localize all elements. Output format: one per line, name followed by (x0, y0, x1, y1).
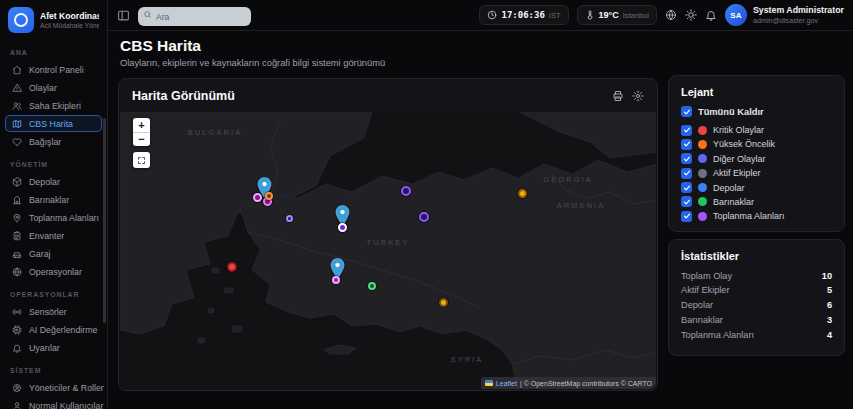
map-circle-marker[interactable] (338, 223, 347, 232)
clock-icon (487, 10, 497, 20)
legend-item-yüksek-öncelik[interactable]: Yüksek Öncelik (681, 139, 832, 149)
sidebar-item-uyarılar[interactable]: Uyarılar (5, 339, 102, 356)
legend-item-label: Barınaklar (713, 197, 754, 207)
statistics-rows: Toplam Olay10Aktif Ekipler5Depolar6Barın… (681, 271, 832, 339)
legend-item-toplanma-alanları[interactable]: Toplanma Alanları (681, 211, 832, 221)
stat-label: Barınaklar (681, 315, 723, 325)
legend-color-dot (698, 183, 707, 192)
map-circle-marker[interactable] (368, 282, 376, 290)
globe-icon (12, 267, 22, 277)
map-canvas[interactable]: BULGARIAGEORGIAARMENIATURKEYSYRIA + − Le… (120, 112, 656, 389)
sidebar-item-olaylar[interactable]: Olaylar (5, 79, 102, 96)
legend-color-dot (698, 140, 707, 149)
legend-color-dot (698, 154, 707, 163)
sidebar-item-saha-ekipleri[interactable]: Saha Ekipleri (5, 97, 102, 114)
language-globe-icon[interactable] (665, 9, 677, 21)
sidebar-item-cbs-harita[interactable]: CBS Harita (5, 115, 102, 132)
topbar: 17:06:36 IST 19°C İstanbul SA System Adm… (108, 0, 853, 31)
sidebar-item-toplanma-alanları[interactable]: Toplanma Alanları (5, 209, 102, 226)
stat-label: Aktif Ekipler (681, 285, 730, 295)
sidebar-item-label: Bağışlar (29, 137, 61, 147)
sidebar-item-kontrol-paneli[interactable]: Kontrol Paneli (5, 61, 102, 78)
sidebar-item-operasyonlar[interactable]: Operasyonlar (5, 263, 102, 280)
sidebar-scrollbar[interactable] (103, 118, 106, 323)
map-circle-marker[interactable] (518, 189, 527, 198)
sidebar-item-depolar[interactable]: Depolar (5, 173, 102, 190)
theme-sun-icon[interactable] (685, 9, 697, 21)
app-logo-icon (8, 7, 34, 33)
temperature-value: 19°C (599, 10, 619, 20)
legend-panel: Lejant Tümünü Kaldır Kritik OlaylarYükse… (668, 75, 845, 232)
checkbox-checked-icon (681, 196, 692, 207)
checkbox-checked-icon (681, 211, 692, 222)
legend-item-kritik-olaylar[interactable]: Kritik Olaylar (681, 125, 832, 135)
sidebar-item-label: Saha Ekipleri (29, 101, 81, 111)
sidebar-item-label: Barınaklar (29, 195, 69, 205)
stat-row-barınaklar: Barınaklar3 (681, 315, 832, 325)
statistics-panel: İstatistikler Toplam Olay10Aktif Ekipler… (668, 239, 845, 356)
stat-row-toplanma-alanları: Toplanma Alanları4 (681, 330, 832, 340)
sidebar-item-garaj[interactable]: Garaj (5, 245, 102, 262)
sidebar-item-label: Yöneticiler & Roller (29, 383, 104, 393)
sidebar-item-label: Toplanma Alanları (29, 213, 99, 223)
print-icon[interactable] (612, 90, 624, 102)
checkbox-checked-icon (681, 182, 692, 193)
search-input[interactable] (138, 7, 251, 26)
settings-gear-icon[interactable] (632, 90, 644, 102)
map-circle-marker[interactable] (439, 298, 448, 307)
sidebar-item-yöneticiler-&-roller[interactable]: Yöneticiler & Roller (5, 379, 102, 396)
clock-badge: 17:06:36 IST (479, 5, 568, 25)
sidebar-item-ai-değerlendirme[interactable]: AI Değerlendirme (5, 321, 102, 338)
sidebar-item-label: CBS Harita (29, 119, 73, 129)
map-country-label: TURKEY (367, 238, 410, 247)
checkbox-checked-icon (681, 125, 692, 136)
legend-color-dot (698, 212, 707, 221)
ai-icon (12, 325, 22, 335)
legend-item-label: Kritik Olaylar (713, 125, 764, 135)
legend-item-label: Yüksek Öncelik (713, 139, 775, 149)
map-circle-marker[interactable] (401, 186, 411, 196)
sidebar-item-label: Envanter (29, 231, 64, 241)
fullscreen-button[interactable] (133, 152, 150, 168)
map-circle-marker[interactable] (419, 212, 429, 222)
legend-color-dot (698, 126, 707, 135)
zoom-out-button[interactable]: − (133, 132, 150, 146)
checkbox-checked-icon (681, 168, 692, 179)
sidebar-item-barınaklar[interactable]: Barınaklar (5, 191, 102, 208)
map-circle-marker[interactable] (265, 192, 273, 200)
sidebar-toggle-icon[interactable] (117, 9, 130, 22)
thermometer-icon (585, 10, 595, 20)
notifications-bell-icon[interactable] (705, 9, 717, 21)
map-circle-marker[interactable] (253, 193, 262, 202)
search-icon (143, 10, 152, 19)
sidebar-item-sensörler[interactable]: Sensörler (5, 303, 102, 320)
legend-color-dot (698, 169, 707, 178)
user-icon (12, 401, 22, 409)
users-icon (12, 101, 22, 111)
user-name: System Administrator (753, 5, 844, 15)
user-menu[interactable]: SA System Administrator admin@disaster.g… (725, 4, 844, 26)
sidebar-item-normal-kullanıcılar[interactable]: Normal Kullanıcılar (5, 397, 102, 409)
map-circle-marker[interactable] (286, 215, 293, 222)
sidebar-item-bağışlar[interactable]: Bağışlar (5, 133, 102, 150)
checkbox-checked-icon (681, 139, 692, 150)
avatar: SA (725, 4, 747, 26)
stat-value: 5 (827, 285, 832, 295)
map-circle-marker[interactable] (332, 276, 340, 284)
legend-item-diğer-olaylar[interactable]: Diğer Olaylar (681, 154, 832, 164)
map-attribution: Leaflet | © OpenStreetMap contributors ©… (481, 377, 656, 389)
stat-value: 6 (827, 300, 832, 310)
sidebar-item-label: Operasyonlar (29, 267, 82, 277)
sidebar-item-envanter[interactable]: Envanter (5, 227, 102, 244)
zoom-in-button[interactable]: + (133, 118, 150, 132)
map-circle-marker[interactable] (227, 262, 237, 272)
legend-item-label: Toplanma Alanları (713, 211, 785, 221)
sidebar-item-label: Garaj (29, 249, 51, 259)
legend-item-depolar[interactable]: Depolar (681, 183, 832, 193)
legend-toggle-all[interactable]: Tümünü Kaldır (681, 106, 832, 117)
legend-item-barınaklar[interactable]: Barınaklar (681, 197, 832, 207)
roles-icon (12, 383, 22, 393)
leaflet-link[interactable]: Leaflet (496, 380, 517, 387)
legend-item-aktif-ekipler[interactable]: Aktif Ekipler (681, 168, 832, 178)
sidebar-item-label: Olaylar (29, 83, 57, 93)
